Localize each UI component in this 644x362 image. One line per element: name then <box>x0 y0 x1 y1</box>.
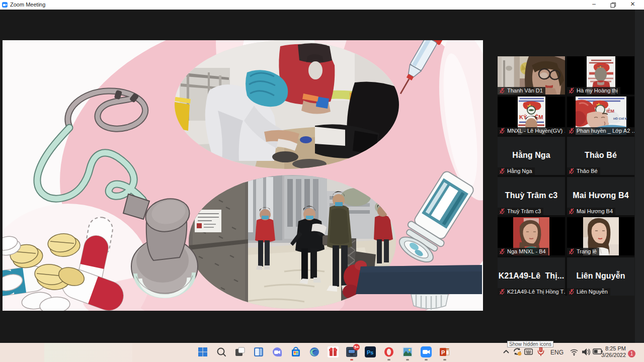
svg-text:IÊM: IÊM <box>606 108 614 114</box>
svg-text:HỒ CHÍ M: HỒ CHÍ M <box>613 117 627 120</box>
